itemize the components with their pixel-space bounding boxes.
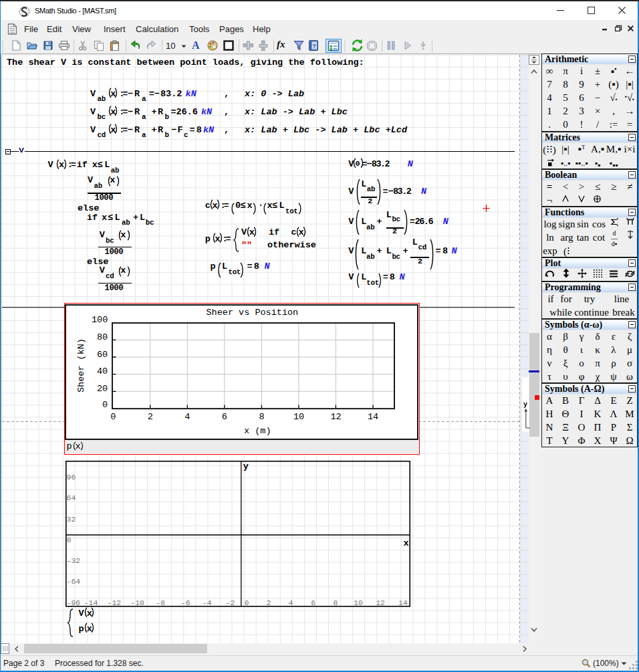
svg-text:?: ?	[312, 43, 316, 49]
